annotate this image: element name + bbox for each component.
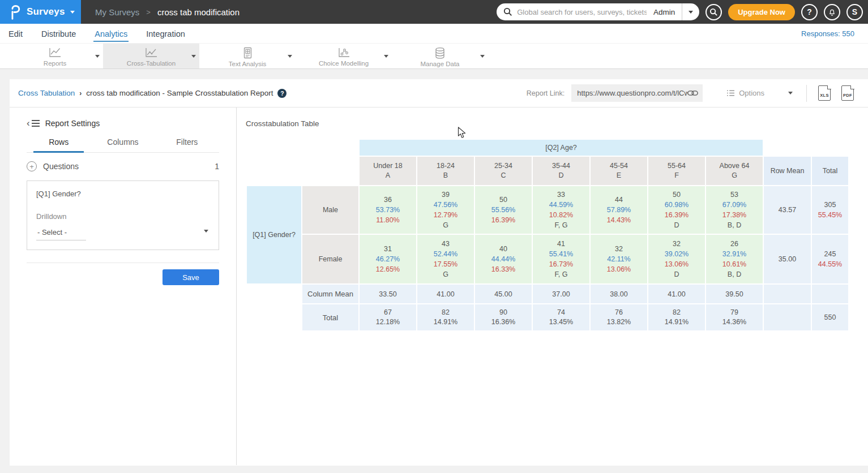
help-icon[interactable]: ? [277, 89, 287, 98]
breadcrumb-my-surveys[interactable]: My Surveys [95, 7, 139, 17]
notifications-button[interactable] [824, 4, 840, 20]
chevron-down-icon [689, 11, 693, 14]
data-cell: 3344.59%10.82%F, G [533, 186, 589, 234]
questions-label: Questions [43, 162, 79, 171]
add-question-icon[interactable]: + [27, 161, 37, 171]
options-menu[interactable]: Options [726, 89, 793, 97]
nav-item-integration[interactable]: Integration [145, 25, 186, 42]
data-cell: 2632.91%10.61%B, D [706, 235, 763, 283]
tab-filters[interactable]: Filters [155, 137, 219, 152]
empty-cell [764, 304, 811, 330]
app-logo[interactable]: Surveys [0, 0, 81, 24]
tab-rows[interactable]: Rows [27, 137, 91, 152]
row-mean-header: Row Mean [764, 157, 811, 185]
global-search[interactable]: Admin [497, 3, 699, 20]
export-xls-button[interactable]: XLS [818, 85, 831, 101]
report-actions: Report Link: https://www.questionpro.com… [527, 84, 854, 102]
cross-tabulation-link[interactable]: Cross Tabulation [18, 89, 75, 97]
responses-count[interactable]: Responses: 550 [801, 29, 854, 38]
breadcrumb-separator: > [146, 8, 151, 16]
chevron-down-icon[interactable] [384, 55, 388, 58]
data-cell: 5060.98%16.39%D [648, 186, 705, 234]
database-icon [433, 47, 447, 59]
top-header: Surveys My Surveys > cross tab modificat… [0, 0, 868, 24]
chevron-down-icon[interactable] [95, 55, 100, 58]
collapse-panel-icon[interactable]: ‹ [27, 119, 40, 127]
settings-tabs: RowsColumnsFilters [27, 137, 219, 153]
help-button[interactable]: ? [801, 4, 818, 20]
row-mean-cell: 43.57 [764, 186, 811, 234]
avatar[interactable]: S [846, 4, 863, 20]
save-button[interactable]: Save [163, 269, 219, 285]
link-icon[interactable] [687, 89, 698, 97]
column-mean-label: Column Mean [302, 285, 358, 303]
chevron-down-icon[interactable] [480, 55, 485, 58]
xls-icon: XLS [820, 93, 829, 98]
document-grid-icon [240, 47, 255, 59]
export-pdf-button[interactable]: PDF [841, 85, 854, 101]
toolbar-item-choice-modelling[interactable]: Choice Modelling [296, 44, 392, 68]
chevron-down-icon[interactable] [191, 55, 196, 58]
survey-nav: EditDistributeAnalyticsIntegrationRespon… [0, 24, 868, 43]
total-cell: 7914.36% [706, 304, 763, 330]
analytics-toolbar: ReportsCross-TabulationText AnalysisChoi… [0, 43, 868, 69]
data-cell: 4155.41%16.73%F, G [533, 235, 589, 283]
nav-item-distribute[interactable]: Distribute [40, 25, 77, 42]
search-scope-dropdown[interactable] [682, 3, 699, 20]
column-mean-cell: 38.00 [591, 285, 647, 303]
column-mean-cell: 39.50 [706, 285, 763, 303]
column-group-header: [Q2] Age? [360, 140, 763, 156]
crosstab-chart-icon [144, 47, 159, 59]
toolbar-item-manage-data[interactable]: Manage Data [392, 44, 488, 68]
row-total-cell: 24544.55% [812, 235, 848, 283]
total-cell: 7413.45% [533, 304, 589, 330]
nav-item-analytics[interactable]: Analytics [93, 25, 129, 42]
column-header-under-18: Under 18A [360, 157, 416, 185]
row-total-cell: 30555.45% [812, 186, 848, 234]
report-settings-panel: ‹ Report Settings RowsColumnsFilters + Q… [10, 108, 237, 465]
toolbar-item-cross-tabulation[interactable]: Cross-Tabulation [103, 44, 199, 68]
pdf-icon: PDF [843, 93, 852, 98]
report-link-field[interactable]: https://www.questionpro.com/t/lCw3Zc [571, 84, 703, 102]
data-cell: 5367.09%17.38%B, D [706, 186, 763, 234]
column-mean-cell: 33.50 [360, 285, 416, 303]
upgrade-now-button[interactable]: Upgrade Now [728, 4, 795, 20]
row-label-male: Male [302, 186, 358, 234]
row-mean-cell: 35.00 [764, 235, 811, 283]
search-scope-label[interactable]: Admin [647, 8, 682, 16]
chevron-down-icon [788, 92, 793, 94]
toolbar-item-reports[interactable]: Reports [7, 44, 103, 68]
data-cell: 3242.11%13.06% [591, 235, 647, 283]
report-link-url: https://www.questionpro.com/t/lCw3Zc [577, 89, 687, 97]
total-row-label: Total [302, 304, 358, 330]
column-header-35-44: 35-44D [533, 157, 589, 185]
chevron-down-icon[interactable] [288, 55, 292, 58]
questions-row: + Questions 1 [27, 161, 219, 171]
column-mean-cell: 45.00 [475, 285, 532, 303]
total-cell: 6712.18% [360, 304, 416, 330]
data-cell: 3146.27%12.65% [360, 235, 416, 283]
report-header-bar: Cross Tabulation › cross tab modificatio… [10, 79, 868, 108]
drilldown-select-value[interactable]: - Select - [36, 228, 86, 240]
nav-item-edit[interactable]: Edit [7, 25, 24, 42]
header-breadcrumb: My Surveys > cross tab modification [95, 7, 240, 17]
search-button[interactable] [705, 4, 722, 20]
table-title: Crosstabulation Table [246, 119, 868, 128]
tab-columns[interactable]: Columns [91, 137, 155, 152]
report-title: cross tab modification - Sample Crosstab… [86, 89, 273, 97]
data-cell: 3239.02%13.06%D [648, 235, 705, 283]
question-title: [Q1] Gender? [36, 190, 209, 198]
options-label: Options [739, 89, 764, 97]
questions-count: 1 [215, 162, 219, 171]
scatter-plot-icon [336, 47, 351, 59]
total-header: Total [812, 157, 848, 185]
breadcrumb-survey-name: cross tab modification [157, 7, 240, 17]
drilldown-select[interactable]: - Select - [36, 227, 209, 240]
column-mean-cell: 37.00 [533, 285, 589, 303]
search-icon [709, 8, 718, 16]
toolbar-item-text-analysis[interactable]: Text Analysis [199, 44, 296, 68]
menu-icon [32, 120, 40, 127]
data-cell: 5055.56%16.39% [475, 186, 532, 234]
data-cell: 4457.89%14.43% [591, 186, 647, 234]
search-input[interactable] [517, 8, 647, 16]
